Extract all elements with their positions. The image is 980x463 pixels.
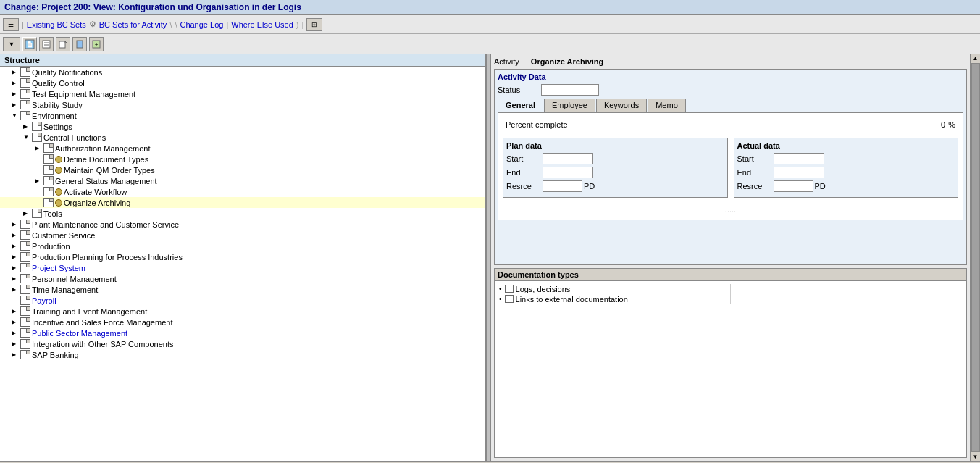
plan-end-input[interactable] [543,167,593,178]
label-general-status: General Status Management [55,177,157,185]
gear-maintain-qm [55,167,62,174]
tree-item-organize-archiving[interactable]: Organize Archiving [0,197,485,208]
toolbar-dropdown-btn[interactable]: ▼ [3,37,20,51]
svg-text:📄: 📄 [26,41,33,48]
tree-item-time-management[interactable]: ▶ Time Management [0,284,485,295]
doc-type-item-logs[interactable]: • Logs, decisions [498,284,730,294]
icon-project-system [20,263,30,272]
tree-item-central-functions[interactable]: ▼ Central Functions [0,132,485,143]
doc-types-left: • Logs, decisions • Links to external do… [498,284,731,304]
toolbar-btn5[interactable]: + [89,37,104,51]
actual-start-row: Start [737,153,955,164]
actual-resrce-input[interactable] [774,180,813,192]
scroll-down-btn[interactable]: ▼ [973,454,979,460]
actual-start-label: Start [737,154,774,163]
toolbar-btn2[interactable] [39,37,54,51]
toolbar-btn4[interactable] [72,37,87,51]
tree-item-training-event[interactable]: ▶ Training and Event Management [0,306,485,317]
arrow-general-status: ▶ [35,178,43,184]
tree-container[interactable]: ▶ Quality Notifications ▶ Quality Contro… [0,67,485,461]
tree-item-stability-study[interactable]: ▶ Stability Study [0,99,485,110]
tree-item-activate-workflow[interactable]: Activate Workflow [0,186,485,197]
icon-activate-workflow [43,187,54,196]
svg-rect-2 [43,41,50,48]
tree-item-project-system[interactable]: ▶ Project System [0,262,485,273]
tree-item-general-status[interactable]: ▶ General Status Management [0,175,485,186]
arrow-payroll [12,297,20,304]
label-quality-notifications: Quality Notifications [32,68,102,77]
label-production-planning: Production Planning for Process Industri… [32,253,183,262]
icon-quality-control [20,78,30,88]
tree-item-incentive-sales[interactable]: ▶ Incentive and Sales Force Management [0,317,485,328]
label-public-sector: Public Sector Management [32,329,127,338]
toolbar-btn1[interactable]: 📄 [22,37,37,51]
icon-customer-service [20,230,30,240]
icon-personnel-management [20,274,30,283]
actual-end-row: End [737,167,955,178]
menu-icon[interactable]: ☰ [3,18,19,31]
label-time-management: Time Management [32,285,98,294]
actual-start-input[interactable] [774,153,824,164]
label-training-event: Training and Event Management [32,307,147,316]
tree-item-maintain-qm[interactable]: Maintain QM Order Types [0,164,485,175]
arrow-activate-workflow [35,188,43,195]
tree-item-production-planning[interactable]: ▶ Production Planning for Process Indust… [0,251,485,262]
tree-item-public-sector[interactable]: ▶ Public Sector Management [0,328,485,338]
tree-item-auth-management[interactable]: ▶ Authorization Management [0,143,485,154]
plan-start-input[interactable] [543,153,593,164]
label-central-functions: Central Functions [43,133,106,142]
tab-employee[interactable]: Employee [544,99,595,112]
arrow-organize-archiving [35,199,43,206]
label-integration-other: Integration with Other SAP Components [32,340,173,349]
where-else-used-link[interactable]: Where Else Used [231,20,293,29]
arrow-quality-control: ▶ [12,80,20,86]
icon-maintain-qm [43,165,54,175]
icon-central-functions [32,133,42,142]
status-label: Status [498,85,541,94]
tab-memo[interactable]: Memo [648,99,686,112]
plan-resrce-input[interactable] [543,180,582,192]
tree-item-integration-other[interactable]: ▶ Integration with Other SAP Components [0,338,485,349]
label-test-equipment: Test Equipment Management [32,90,135,99]
gear-activate-workflow [55,188,62,196]
bc-sets-activity-link[interactable]: BC Sets for Activity [99,20,167,29]
grid-icon[interactable]: ⊞ [306,18,322,31]
scroll-up-btn[interactable]: ▲ [973,55,979,62]
tree-item-production[interactable]: ▶ Production [0,241,485,251]
separator6: | [302,20,304,29]
toolbar-btn3[interactable] [56,37,70,51]
tree-item-tools[interactable]: ▶ Tools [0,208,485,219]
tree-item-quality-control[interactable]: ▶ Quality Control [0,78,485,88]
icon-public-sector [20,328,30,338]
tree-item-quality-notifications[interactable]: ▶ Quality Notifications [0,67,485,78]
scroll-thumb[interactable] [971,63,980,452]
tree-item-personnel-management[interactable]: ▶ Personnel Management [0,273,485,284]
label-incentive-sales: Incentive and Sales Force Management [32,318,172,327]
gear-organize-archiving [55,199,62,207]
existing-bc-sets-link[interactable]: Existing BC Sets [27,20,86,29]
label-auth-management: Authorization Management [55,144,150,153]
doc-types-header: Documentation types [495,269,966,281]
change-log-link[interactable]: Change Log [180,20,223,29]
tree-item-test-equipment[interactable]: ▶ Test Equipment Management [0,88,485,99]
tree-item-settings[interactable]: ▶ Settings [0,121,485,132]
tree-item-define-doc-types[interactable]: Define Document Types [0,154,485,164]
right-scrollbar[interactable]: ▲ ▼ [970,54,980,461]
label-logs: Logs, decisions [516,285,571,293]
actual-end-input[interactable] [774,167,824,178]
plan-end-row: End [506,167,724,178]
tree-item-payroll[interactable]: Payroll [0,295,485,306]
title-bar: Change: Project 200: View: Konfiguration… [0,0,980,15]
label-production: Production [32,242,70,251]
tab-keywords[interactable]: Keywords [596,99,647,112]
doc-type-item-links[interactable]: • Links to external documentation [498,294,730,304]
label-personnel-management: Personnel Management [32,275,117,283]
tree-item-environment[interactable]: ▼ Environment [0,110,485,121]
tree-item-sap-banking[interactable]: ▶ SAP Banking [0,349,485,360]
status-input[interactable] [541,84,599,96]
actual-resrce-label: Resrce [737,182,774,191]
tab-general[interactable]: General [498,99,543,112]
separator3: \ [175,20,177,29]
tree-item-plant-maintenance[interactable]: ▶ Plant Maintenance and Customer Service [0,219,485,230]
tree-item-customer-service[interactable]: ▶ Customer Service [0,230,485,241]
